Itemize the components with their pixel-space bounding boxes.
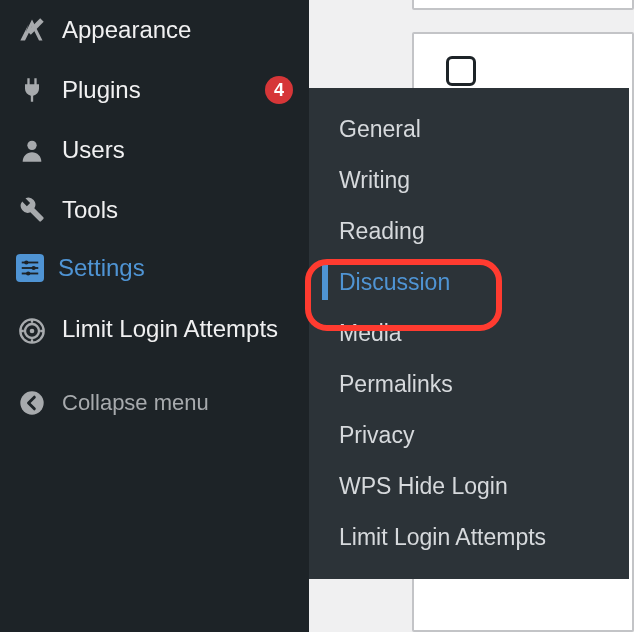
- submenu-item-wps-hide-login[interactable]: WPS Hide Login: [309, 461, 629, 512]
- content-panel-upper: [412, 0, 634, 10]
- admin-sidebar: Appearance Plugins 4 Users Tools Setting…: [0, 0, 309, 632]
- sidebar-item-label: Plugins: [62, 76, 243, 105]
- collapse-icon: [16, 387, 48, 419]
- plugins-update-badge: 4: [265, 76, 293, 104]
- svg-point-4: [24, 261, 28, 265]
- sidebar-item-label: Tools: [62, 196, 293, 225]
- submenu-item-general[interactable]: General: [309, 104, 629, 155]
- svg-point-5: [32, 266, 36, 270]
- plugins-icon: [16, 74, 48, 106]
- checkbox-placeholder[interactable]: [446, 56, 476, 86]
- submenu-item-reading[interactable]: Reading: [309, 206, 629, 257]
- submenu-item-writing[interactable]: Writing: [309, 155, 629, 206]
- svg-point-10: [20, 391, 43, 414]
- sidebar-item-settings[interactable]: Settings: [0, 240, 309, 297]
- sidebar-item-appearance[interactable]: Appearance: [0, 0, 309, 60]
- submenu-item-discussion[interactable]: Discussion: [309, 257, 629, 308]
- sidebar-item-limit-login[interactable]: Limit Login At­tempts: [0, 297, 309, 361]
- svg-point-6: [26, 272, 30, 276]
- submenu-item-permalinks[interactable]: Permalinks: [309, 359, 629, 410]
- sidebar-item-plugins[interactable]: Plugins 4: [0, 60, 309, 120]
- tools-icon: [16, 194, 48, 226]
- sidebar-item-users[interactable]: Users: [0, 120, 309, 180]
- collapse-menu-label: Collapse menu: [62, 390, 209, 416]
- users-icon: [16, 134, 48, 166]
- limit-login-icon: [16, 315, 48, 347]
- sidebar-item-label: Settings: [58, 254, 293, 283]
- submenu-item-media[interactable]: Media: [309, 308, 629, 359]
- sidebar-item-label: Appearance: [62, 16, 293, 45]
- collapse-menu-button[interactable]: Collapse menu: [0, 373, 309, 433]
- submenu-item-limit-login-attempts[interactable]: Limit Login Attempts: [309, 512, 629, 563]
- appearance-icon: [16, 14, 48, 46]
- svg-point-0: [27, 141, 36, 150]
- sidebar-item-label: Limit Login At­tempts: [62, 315, 293, 344]
- submenu-item-privacy[interactable]: Privacy: [309, 410, 629, 461]
- sidebar-item-label: Users: [62, 136, 293, 165]
- settings-icon: [16, 254, 44, 282]
- svg-rect-2: [22, 267, 39, 269]
- svg-point-9: [30, 328, 35, 333]
- sidebar-item-tools[interactable]: Tools: [0, 180, 309, 240]
- settings-submenu: General Writing Reading Discussion Media…: [309, 88, 629, 579]
